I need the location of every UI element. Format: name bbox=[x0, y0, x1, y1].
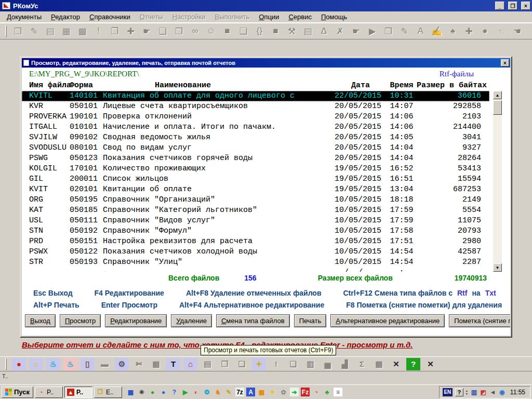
cell-form: ------ bbox=[70, 268, 103, 272]
maximize-button[interactable]: ❐ bbox=[508, 2, 517, 10]
cell-date: 10/05/2015 bbox=[335, 195, 387, 205]
table-row[interactable]: --------·--/--/------:-------- bbox=[22, 268, 489, 272]
table-row[interactable]: KVIT020101Квитанции об оплате19/05/20151… bbox=[22, 184, 489, 195]
table-icon: ▤ bbox=[43, 25, 57, 38]
scrollbar[interactable]: ▲ ▼ bbox=[493, 91, 502, 272]
table-row[interactable]: SVJILW090102Сводная ведомость жилья20/05… bbox=[22, 132, 489, 143]
exit-button[interactable]: Выход bbox=[25, 314, 56, 327]
launch-grid-icon[interactable]: ▦ bbox=[257, 388, 266, 396]
launch-chrome-icon[interactable]: ◔ bbox=[312, 388, 321, 396]
alt-edit-button[interactable]: Альтернативное редактирование bbox=[330, 314, 445, 327]
menu-documents[interactable]: Документы bbox=[2, 12, 46, 22]
delete-button[interactable]: Удаление bbox=[171, 314, 212, 327]
table-row[interactable]: PRD050151Настройка реквизитов для расчет… bbox=[22, 236, 489, 247]
dialog-close-icon[interactable]: × bbox=[501, 59, 509, 66]
launch-spider-icon[interactable]: ✳ bbox=[137, 388, 146, 396]
task-explorer[interactable]: ❒E.. bbox=[94, 387, 122, 398]
launch-play-icon[interactable]: ▶ bbox=[181, 388, 190, 396]
launch-table-icon[interactable]: ▦ bbox=[126, 388, 135, 396]
cell-title: Справочник "Видов услуг" bbox=[103, 216, 335, 226]
launch-h2o-icon[interactable]: ◐ bbox=[192, 388, 201, 396]
cell-time: 14:07 bbox=[387, 101, 417, 112]
print-button[interactable]: Печать bbox=[294, 314, 327, 327]
launch-tree-icon[interactable]: ♣ bbox=[323, 388, 331, 396]
table-row[interactable]: KAT050185Справочник "Категорий льготнико… bbox=[22, 205, 489, 216]
cell-title: Свод по видам услуг bbox=[103, 143, 335, 153]
launch-blue-ball-icon[interactable]: ● bbox=[159, 388, 168, 396]
doc-alert-icon: ! bbox=[91, 25, 105, 38]
scroll-down-icon[interactable]: ▼ bbox=[493, 263, 502, 272]
open-folder-icon: ❒ bbox=[11, 25, 25, 38]
menu-editor[interactable]: Редактор bbox=[46, 12, 85, 22]
view-button[interactable]: Просмотр bbox=[60, 314, 101, 327]
chart-bar-icon: ▅ bbox=[321, 358, 335, 370]
tray-help-icon[interactable]: ? bbox=[455, 388, 463, 396]
table-row[interactable]: STR050193Справочник "Улиц"10/05/201514:5… bbox=[22, 257, 489, 268]
launch-help-icon[interactable]: ? bbox=[170, 388, 179, 396]
change-type-button[interactable]: Смена типа файлов bbox=[216, 314, 290, 327]
close-x-icon[interactable]: ✕ bbox=[389, 358, 403, 370]
table-row[interactable]: ORG050195Справочник "Организаций"10/05/2… bbox=[22, 195, 489, 205]
table-row[interactable]: STN050192Справочник "Формул"10/05/201517… bbox=[22, 226, 489, 236]
block2-icon: ■ bbox=[269, 25, 283, 38]
menu-options[interactable]: Опции bbox=[254, 12, 284, 22]
table-row[interactable]: PROVERKA190101Проверка отклонений20/05/2… bbox=[22, 112, 489, 122]
menu-help[interactable]: Помощь bbox=[316, 12, 352, 22]
traffic-light-icon[interactable]: ● bbox=[12, 358, 26, 370]
start-button[interactable]: Пуск bbox=[2, 387, 33, 398]
launch-swirl-icon[interactable]: ❂ bbox=[203, 388, 211, 396]
cell-time: 14:54 bbox=[387, 247, 417, 257]
house-icon[interactable]: ⌂ bbox=[183, 358, 197, 370]
tray-media-icon[interactable]: ◉ bbox=[498, 388, 506, 396]
table-row[interactable]: USL050111Справочник "Видов услуг"10/05/2… bbox=[22, 216, 489, 226]
table-row[interactable]: KOLGIL170101Количество проживающих19/05/… bbox=[22, 164, 489, 174]
minimize-button[interactable]: _ bbox=[495, 2, 504, 10]
tray-volume-icon[interactable]: ◄ bbox=[489, 388, 497, 396]
launch-green-ball-icon[interactable]: ● bbox=[148, 388, 157, 396]
table-row[interactable]: GIL200011Список жильцов19/05/201516:5115… bbox=[22, 174, 489, 184]
menu-references[interactable]: Справочники bbox=[85, 12, 135, 22]
hotkey-row-2: Alt+P ПечатьEnter ПросмотрAlt+F4 Альтерн… bbox=[22, 301, 510, 309]
cell-date: 10/05/2015 bbox=[335, 216, 387, 226]
tray-color-icon[interactable]: ◩ bbox=[480, 388, 487, 396]
help-icon[interactable]: ? bbox=[406, 358, 420, 370]
key-icon[interactable]: ✦ bbox=[252, 358, 266, 370]
launch-filezilla-icon[interactable]: Fz bbox=[301, 388, 310, 396]
door-icon[interactable]: ▯ bbox=[81, 358, 95, 370]
launch-doc-icon[interactable]: ≡ bbox=[334, 388, 342, 396]
quick-launch: ▦✳●●?▶◐❂♞✎7zA▦✦✿➔Fz◔♣≡ bbox=[126, 388, 342, 396]
table-row[interactable]: KVITL140101Квитанция об оплате для одног… bbox=[22, 91, 489, 101]
cell-date: 20/05/2015 bbox=[335, 122, 387, 132]
faucet-hot-icon[interactable]: ♨ bbox=[46, 358, 60, 370]
launch-7z-icon[interactable]: 7z bbox=[235, 388, 244, 396]
mark-button[interactable]: Пометка (снятие пометки) bbox=[449, 314, 510, 327]
close-x2-icon[interactable]: ✕ bbox=[423, 358, 437, 370]
launch-swirl2-icon[interactable]: ✿ bbox=[279, 388, 288, 396]
menu-service[interactable]: Сервис bbox=[284, 12, 316, 22]
scroll-up-icon[interactable]: ▲ bbox=[493, 91, 502, 99]
launch-runner-icon[interactable]: ♞ bbox=[214, 388, 222, 396]
table-row[interactable]: SVODUSLU080101Свод по видам услуг20/05/2… bbox=[22, 143, 489, 153]
scroll-thumb[interactable] bbox=[493, 100, 502, 115]
tray-spinner-icon[interactable]: ▴▾ bbox=[466, 389, 468, 395]
edit-button[interactable]: Редактирование bbox=[105, 314, 167, 327]
faucet-cold-icon[interactable]: ♨ bbox=[63, 358, 77, 370]
hammer-icon[interactable]: T bbox=[166, 358, 180, 370]
launch-arrow-icon[interactable]: ➔ bbox=[290, 388, 299, 396]
wrench-icon[interactable]: ⚙ bbox=[115, 358, 129, 370]
tray-display-icon[interactable]: ▥ bbox=[470, 388, 478, 396]
language-indicator[interactable]: EN bbox=[443, 388, 453, 396]
task-browser[interactable]: ◔P.. bbox=[35, 387, 63, 398]
launch-notes-icon[interactable]: ✎ bbox=[224, 388, 233, 396]
table-row[interactable]: PSWX050122Показания счетчиков холодной в… bbox=[22, 247, 489, 257]
table-row[interactable]: KVR050101Лицевые счета квартиросъемщиков… bbox=[22, 101, 489, 112]
cell-form: 050193 bbox=[70, 257, 103, 268]
launch-acrobat-icon[interactable]: A bbox=[246, 388, 255, 396]
launch-lightning-icon[interactable]: ✦ bbox=[268, 388, 277, 396]
table-row[interactable]: ITGALL010101Начисление и оплата. Итоги п… bbox=[22, 122, 489, 132]
close-button[interactable]: × bbox=[521, 2, 530, 10]
table-row[interactable]: PSWG050123Показания счетчиков горячей во… bbox=[22, 153, 489, 164]
task-buttons: ◔P..▲P..❒E.. bbox=[35, 387, 122, 398]
lightbulb-icon[interactable]: ☼ bbox=[29, 358, 43, 370]
task-rkomus[interactable]: ▲P.. bbox=[64, 387, 92, 398]
